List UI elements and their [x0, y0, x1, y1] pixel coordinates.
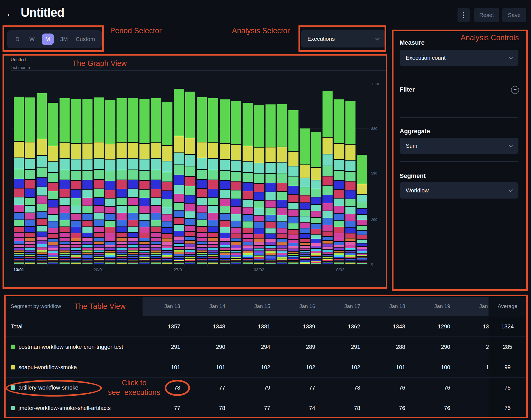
bar-segment	[117, 250, 127, 252]
period-option-m[interactable]: M	[42, 34, 54, 45]
measure-dropdown[interactable]: Execution count	[400, 50, 518, 66]
bar-segment	[162, 199, 172, 207]
stacked-bar[interactable]	[82, 99, 93, 264]
stacked-bar[interactable]	[105, 100, 115, 264]
stacked-bar[interactable]	[60, 98, 70, 264]
y-axis-tick-label: 590	[371, 171, 377, 175]
table-row[interactable]: postman-workflow-smoke-cron-trigger-test…	[6, 337, 527, 357]
kebab-menu-button[interactable]	[457, 8, 470, 22]
aggregate-dropdown[interactable]: Sum	[400, 138, 518, 154]
bar-segment	[311, 246, 321, 248]
stacked-bar[interactable]	[220, 99, 230, 264]
bar-segment	[151, 250, 161, 252]
value-cell: 1341	[457, 316, 489, 337]
stacked-bar[interactable]	[254, 105, 264, 264]
bar-segment	[323, 186, 333, 194]
value-cell: 100	[413, 357, 457, 377]
bar-segment	[151, 198, 161, 206]
bar-segment	[277, 242, 287, 245]
stacked-bar[interactable]	[323, 91, 333, 264]
add-filter-icon[interactable]: +	[511, 86, 519, 94]
stacked-bar[interactable]	[139, 99, 150, 264]
bar-segment	[174, 259, 184, 260]
stacked-bar[interactable]	[128, 98, 138, 264]
stacked-bar[interactable]	[208, 98, 218, 264]
stacked-bar[interactable]	[357, 155, 367, 264]
value-cell: 101	[143, 357, 188, 377]
bar-segment	[105, 144, 115, 159]
bar-segment	[60, 180, 70, 189]
bar-segment	[220, 245, 230, 248]
stacked-bar[interactable]	[277, 104, 287, 264]
value-cell: 77	[278, 378, 323, 398]
row-label: jmeter-workflow-smoke-shell-artifacts	[6, 398, 143, 418]
bar-segment	[185, 92, 195, 138]
bar-segment	[128, 170, 138, 180]
date-cells: 101101102102102101100101	[143, 357, 489, 377]
stacked-bar[interactable]	[14, 97, 24, 264]
stacked-bar[interactable]	[174, 89, 184, 264]
bar-segment	[48, 245, 58, 248]
back-arrow-icon[interactable]: ←	[6, 8, 15, 19]
value-cell: 76	[368, 378, 413, 398]
stacked-bar[interactable]	[162, 102, 172, 264]
stacked-bar[interactable]	[231, 101, 241, 264]
x-axis-tick	[276, 264, 276, 266]
table-row[interactable]: jmeter-workflow-smoke-shell-artifacts777…	[6, 398, 527, 418]
bar-segment	[174, 231, 184, 236]
bar-segment	[231, 182, 241, 190]
period-option-3m[interactable]: 3M	[58, 34, 70, 45]
table-row[interactable]: Total13571348138113391362134312901341132…	[6, 316, 527, 337]
bar-segment	[231, 172, 241, 181]
stacked-bar[interactable]	[266, 104, 276, 264]
stacked-bar[interactable]	[48, 103, 58, 264]
stacked-bar[interactable]	[25, 97, 35, 264]
stacked-bar[interactable]	[288, 110, 298, 264]
table-row[interactable]: soapui-workflow-smoke1011011021021021011…	[6, 357, 527, 377]
segment-dropdown[interactable]: Workflow	[400, 182, 518, 199]
bar-segment	[151, 98, 161, 142]
stacked-bar[interactable]	[185, 92, 195, 264]
period-option-custom[interactable]: Custom	[74, 34, 97, 45]
bar-segment	[334, 253, 344, 255]
bar-segment	[174, 237, 184, 240]
bar-segment	[71, 245, 81, 247]
workflow-name: artillery-workflow-smoke	[18, 385, 78, 391]
reset-button[interactable]: Reset	[474, 8, 499, 22]
bar-segment	[254, 251, 264, 253]
stacked-bar[interactable]	[345, 101, 355, 264]
stacked-bar[interactable]	[334, 99, 344, 264]
stacked-bar[interactable]	[243, 103, 253, 264]
workflow-name: soapui-workflow-smoke	[18, 364, 77, 371]
table-row[interactable]: artillery-workflow-smoke7877797778767676…	[6, 377, 527, 398]
stacked-bar[interactable]	[311, 132, 321, 264]
bar-segment	[48, 263, 58, 264]
bar-segment	[139, 263, 150, 264]
value-cell: 76	[457, 398, 489, 418]
bar-segment	[139, 238, 150, 241]
bar-segment	[117, 238, 127, 241]
bar-segment	[151, 213, 161, 220]
stacked-bar[interactable]	[197, 97, 207, 264]
bar-segment	[277, 173, 287, 182]
stacked-bar[interactable]	[151, 98, 161, 264]
stacked-bar[interactable]	[117, 98, 127, 264]
stacked-bar[interactable]	[94, 97, 104, 264]
bar-segment	[174, 257, 184, 258]
period-option-d[interactable]: D	[12, 34, 22, 45]
stacked-bar[interactable]	[37, 93, 47, 264]
period-option-w[interactable]: W	[27, 34, 37, 45]
bar-segment	[117, 262, 127, 262]
column-header: Jan 19	[413, 297, 457, 316]
bar-segment	[197, 233, 207, 237]
bar-segment	[323, 91, 333, 137]
stacked-bar[interactable]	[71, 99, 81, 264]
x-axis-tick	[356, 264, 356, 266]
bar-segment	[105, 207, 115, 213]
analysis-selector-dropdown[interactable]: Executions	[301, 30, 385, 47]
segment-by-column-header: Segment by workflow	[6, 297, 143, 316]
save-button[interactable]: Save	[502, 8, 526, 22]
stacked-bar[interactable]	[300, 128, 310, 264]
bar-segment	[231, 161, 241, 171]
value-cell: 1339	[278, 316, 323, 337]
